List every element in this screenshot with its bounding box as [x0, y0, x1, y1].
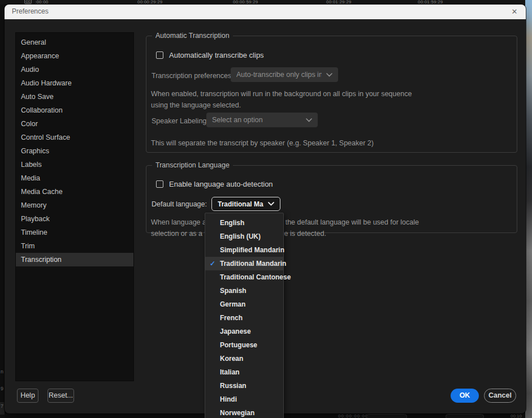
timecode-tick: 00:00:59:29 — [233, 0, 258, 5]
menu-item-english[interactable]: English — [205, 216, 283, 230]
screen: CC :00:00 00:00:29:29 00:00:59:29 00:01:… — [0, 0, 532, 418]
sidebar-item-memory[interactable]: Memory — [16, 199, 133, 212]
section-legend: Transcription Language — [152, 161, 233, 169]
chevron-down-icon — [326, 73, 332, 77]
captions-icon: CC — [24, 0, 32, 4]
menu-item-portuguese[interactable]: Portuguese — [205, 338, 283, 352]
program-monitor-video-strip — [525, 0, 532, 418]
speaker-labeling-description: This will separate the transcript by spe… — [151, 137, 374, 149]
speaker-labeling-label: Speaker Labeling: — [152, 117, 209, 125]
speaker-labeling-dropdown[interactable]: Select an option — [206, 113, 318, 127]
sidebar-item-media[interactable]: Media — [16, 171, 133, 185]
auto-transcribe-label: Automatically transcribe clips — [169, 51, 264, 59]
language-autodetect-checkbox-row: Enable language auto-detection — [156, 180, 273, 188]
auto-transcribe-description: When enabled, transcription will run in … — [151, 88, 412, 111]
sidebar-item-general[interactable]: General — [16, 36, 133, 49]
menu-item-hindi[interactable]: Hindi — [205, 393, 283, 406]
language-dropdown-menu: English English (UK) Simplified Mandarin… — [205, 213, 284, 418]
sidebar-item-graphics[interactable]: Graphics — [16, 144, 133, 158]
sidebar-item-color[interactable]: Color — [16, 117, 133, 131]
bottom-pill-button — [446, 414, 484, 418]
chevron-down-icon — [268, 202, 274, 206]
menu-item-traditional-mandarin[interactable]: ✓ Traditional Mandarin — [205, 257, 283, 270]
bottom-pill-button — [366, 414, 407, 418]
sidebar-item-audio[interactable]: Audio — [16, 63, 133, 76]
sidebar-item-auto-save[interactable]: Auto Save — [16, 90, 133, 104]
auto-transcribe-checkbox[interactable] — [156, 51, 163, 59]
sidebar-item-playback[interactable]: Playback — [16, 212, 133, 226]
help-button[interactable]: Help — [17, 389, 38, 403]
sidebar-item-audio-hardware[interactable]: Audio Hardware — [16, 76, 133, 90]
menu-item-french[interactable]: French — [205, 311, 283, 325]
menu-item-german[interactable]: German — [205, 298, 283, 311]
menu-item-spanish[interactable]: Spanish — [205, 284, 283, 298]
timecode-tick: 00:01:29:29 — [326, 0, 351, 5]
bottom-timecode: 00:00:00:00 — [338, 413, 368, 418]
menu-item-traditional-cantonese[interactable]: Traditional Cantonese — [205, 270, 283, 284]
timeline-left-edge: n 9 7 — [0, 5, 5, 418]
section-legend: Automatic Transcription — [152, 32, 233, 40]
language-autodetect-checkbox[interactable] — [156, 180, 163, 188]
sidebar-item-control-surface[interactable]: Control Surface — [16, 131, 133, 144]
menu-item-italian[interactable]: Italian — [205, 365, 283, 379]
default-language-dropdown[interactable]: Traditional Mandarin — [211, 197, 280, 211]
default-language-value: Traditional Mandarin — [218, 200, 263, 208]
menu-item-russian[interactable]: Russian — [205, 379, 283, 393]
timecode-tick: :00:00 — [35, 0, 48, 5]
timeline-ruler: CC :00:00 00:00:29:29 00:00:59:29 00:01:… — [0, 0, 532, 5]
sidebar-item-labels[interactable]: Labels — [16, 158, 133, 171]
edge-fragment: n — [1, 369, 3, 374]
transcription-prefs-value: Auto-transcribe only clips in seq... — [236, 71, 322, 79]
timecode-tick: 00:00:29:29 — [137, 0, 162, 5]
sidebar-item-trim[interactable]: Trim — [16, 239, 133, 253]
menu-item-english-uk[interactable]: English (UK) — [205, 230, 283, 243]
sidebar-item-media-cache[interactable]: Media Cache — [16, 185, 133, 199]
chevron-down-icon — [306, 118, 312, 122]
sidebar-item-timeline[interactable]: Timeline — [16, 226, 133, 239]
sidebar-item-appearance[interactable]: Appearance — [16, 49, 133, 63]
sidebar-item-transcription[interactable]: Transcription — [16, 253, 133, 266]
bottom-timecode-right: 00:10 — [511, 413, 522, 418]
edge-fragment: 7 — [1, 403, 3, 409]
transcription-prefs-label: Transcription preferences: — [152, 72, 233, 80]
close-icon[interactable]: ✕ — [509, 6, 520, 18]
timecode-tick: 00:01:59:29 — [418, 0, 443, 5]
language-autodetect-label: Enable language auto-detection — [169, 180, 273, 188]
menu-item-simplified-mandarin[interactable]: Simplified Mandarin — [205, 243, 283, 257]
speaker-labeling-value: Select an option — [212, 116, 301, 124]
default-language-label: Default language: — [152, 200, 207, 208]
preferences-sidebar: General Appearance Audio Audio Hardware … — [15, 32, 134, 381]
dialog-title: Preferences — [12, 7, 49, 15]
check-icon: ✓ — [210, 257, 215, 270]
ok-button[interactable]: OK — [451, 389, 479, 403]
transcription-prefs-dropdown[interactable]: Auto-transcribe only clips in seq... — [231, 67, 338, 82]
cancel-button[interactable]: Cancel — [484, 389, 516, 403]
menu-item-japanese[interactable]: Japanese — [205, 325, 283, 338]
reset-button[interactable]: Reset... — [47, 389, 74, 403]
sidebar-item-collaboration[interactable]: Collaboration — [16, 104, 133, 117]
dialog-titlebar: Preferences ✕ — [5, 5, 526, 19]
auto-transcribe-checkbox-row: Automatically transcribe clips — [156, 51, 264, 59]
default-language-description: When language auto-detection is enabled,… — [151, 217, 419, 239]
menu-item-korean[interactable]: Korean — [205, 352, 283, 365]
menu-item-norwegian[interactable]: Norwegian — [205, 406, 283, 418]
edge-fragment: 9 — [1, 386, 3, 391]
